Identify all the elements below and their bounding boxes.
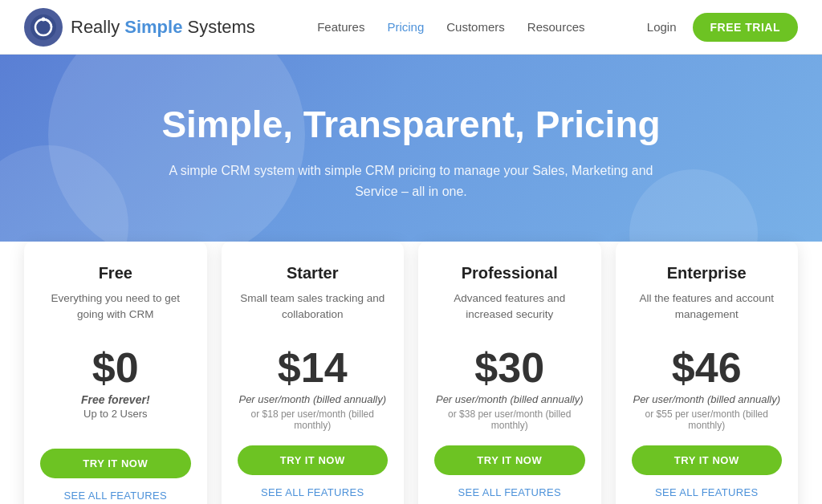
- see-features-link[interactable]: SEE ALL FEATURES: [261, 486, 364, 498]
- nav-right: Login FREE TRIAL: [647, 13, 798, 42]
- logo-text: Really Simple Systems: [71, 17, 255, 38]
- free-trial-button[interactable]: FREE TRIAL: [693, 13, 798, 42]
- card-title: Professional: [462, 264, 558, 282]
- pricing-card-starter: Starter Small team sales tracking and co…: [222, 242, 405, 504]
- card-users: Up to 2 Users: [83, 408, 147, 420]
- pricing-section: Free Everything you need to get going wi…: [0, 242, 822, 504]
- card-description: Everything you need to get going with CR…: [40, 291, 191, 332]
- pricing-card-professional: Professional Advanced features and incre…: [418, 242, 601, 504]
- card-price: $0: [92, 347, 139, 388]
- card-billing-secondary: or $55 per user/month (billed monthly): [632, 408, 783, 431]
- see-features-link[interactable]: SEE ALL FEATURES: [458, 486, 561, 498]
- try-now-button[interactable]: TRY IT NOW: [40, 449, 191, 478]
- nav-links: Features Pricing Customers Resources: [317, 20, 584, 34]
- card-description: All the features and account management: [632, 291, 783, 332]
- svg-point-2: [42, 17, 46, 21]
- card-price: $46: [672, 347, 742, 388]
- see-features-link[interactable]: SEE ALL FEATURES: [64, 490, 167, 502]
- card-title: Starter: [287, 264, 338, 282]
- see-features-link[interactable]: SEE ALL FEATURES: [655, 486, 758, 498]
- pricing-card-enterprise: Enterprise All the features and account …: [616, 242, 799, 504]
- pricing-card-free: Free Everything you need to get going wi…: [24, 242, 207, 504]
- logo[interactable]: Really Simple Systems: [24, 8, 255, 47]
- card-price: $14: [278, 347, 348, 388]
- nav-resources[interactable]: Resources: [527, 20, 585, 34]
- card-description: Small team sales tracking and collaborat…: [238, 291, 389, 332]
- card-billing-primary: Per user/month (billed annually): [436, 393, 584, 405]
- pricing-grid: Free Everything you need to get going wi…: [24, 242, 798, 504]
- card-description: Advanced features and increased security: [434, 291, 585, 332]
- hero-subtitle: A simple CRM system with simple CRM pric…: [162, 161, 660, 201]
- card-billing-secondary: or $18 per user/month (billed monthly): [238, 408, 389, 431]
- card-billing-primary: Per user/month (billed annually): [238, 393, 386, 405]
- card-billing-secondary: or $38 per user/month (billed monthly): [434, 408, 585, 431]
- navbar: Really Simple Systems Features Pricing C…: [0, 0, 822, 55]
- card-price: $30: [474, 347, 544, 388]
- try-now-button[interactable]: TRY IT NOW: [238, 445, 389, 475]
- card-billing-free: Free forever!: [81, 393, 150, 406]
- nav-features[interactable]: Features: [317, 20, 364, 34]
- card-billing-secondary: [114, 423, 116, 434]
- logo-icon: [24, 8, 63, 47]
- try-now-button[interactable]: TRY IT NOW: [434, 445, 585, 475]
- login-link[interactable]: Login: [647, 20, 677, 34]
- card-billing-primary: Per user/month (billed annually): [633, 393, 780, 405]
- card-title: Free: [99, 264, 132, 282]
- nav-customers[interactable]: Customers: [446, 20, 505, 34]
- hero-title: Simple, Transparent, Pricing: [32, 103, 790, 146]
- nav-pricing[interactable]: Pricing: [387, 20, 424, 34]
- try-now-button[interactable]: TRY IT NOW: [632, 445, 783, 475]
- card-title: Enterprise: [667, 264, 747, 282]
